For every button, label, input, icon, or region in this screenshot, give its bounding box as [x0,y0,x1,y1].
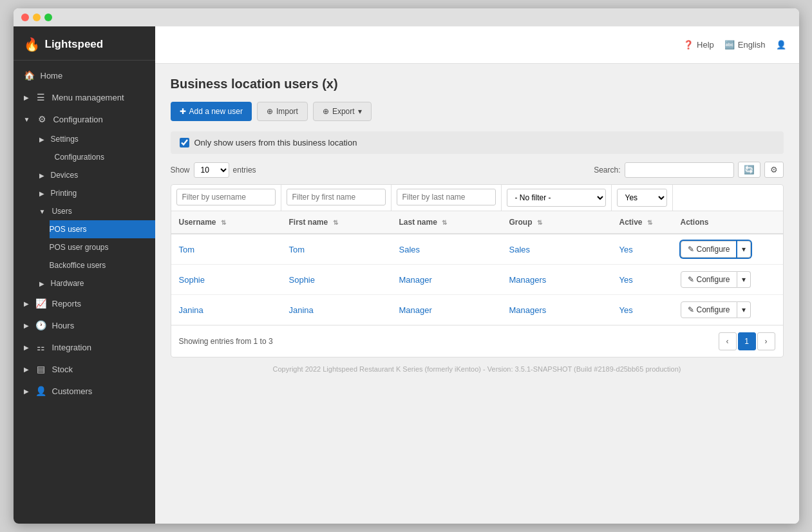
sidebar-item-reports[interactable]: ▶ 📈 Reports [14,292,155,314]
configure-button-2[interactable]: ✎ Configure [681,301,737,318]
sidebar-item-configuration[interactable]: ▼ ⚙ Configuration [14,108,155,130]
add-user-button[interactable]: ✚ Add a new user [171,102,252,121]
link-group-1[interactable]: Managers [509,275,547,285]
prev-page-button[interactable]: ‹ [719,332,737,350]
link-active-1[interactable]: Yes [619,275,633,285]
sidebar-item-devices[interactable]: ▶ Devices [39,166,155,184]
user-icon: 👤 [776,40,786,50]
sidebar-item-backoffice-users[interactable]: Backoffice users [50,256,155,274]
sort-icon-active: ⇅ [647,219,652,226]
hours-icon: 🕐 [35,320,47,330]
expand-icon-users: ▼ [39,208,46,215]
username-filter-input[interactable] [176,189,276,205]
link-firstname-0[interactable]: Tom [289,245,305,254]
link-group-0[interactable]: Sales [509,245,531,254]
import-button[interactable]: ⊕ Import [257,102,308,121]
active-filter-select[interactable]: Yes No All [617,189,667,207]
reports-icon: 📈 [35,298,47,309]
sidebar-item-hours[interactable]: ▶ 🕐 Hours [14,314,155,336]
logo-icon: 🔥 [24,37,40,52]
cell-active-0: Yes [612,234,673,265]
sidebar-item-configurations[interactable]: Configurations [39,148,155,166]
link-lastname-2[interactable]: Manager [399,305,432,315]
location-filter-checkbox[interactable] [180,138,189,147]
sidebar-item-menu-management[interactable]: ▶ ☰ Menu management [14,86,155,108]
search-label: Search: [594,166,620,175]
col-header-username[interactable]: Username ⇅ [171,211,281,234]
expand-icon-reports: ▶ [24,300,29,307]
sidebar-item-integration[interactable]: ▶ ⚏ Integration [14,336,155,358]
entries-per-page-select[interactable]: 10 25 50 100 [194,162,229,178]
lastname-filter-input[interactable] [397,189,496,205]
configure-dropdown-1[interactable]: ▾ [737,271,751,288]
help-button[interactable]: ❓ Help [683,40,714,50]
filter-cell-actions [673,185,783,211]
column-filter-row: - No filter - Sales Managers Yes No All [171,185,783,211]
page-title: Business location users (x) [171,77,784,91]
settings-button[interactable]: ⚙ [764,162,784,178]
sidebar-item-pos-users[interactable]: POS users [50,220,155,238]
col-header-lastname[interactable]: Last name ⇅ [392,211,502,234]
content-area: Business location users (x) ✚ Add a new … [155,64,799,524]
location-filter-label: Only show users from this business locat… [194,138,357,147]
configure-button-1[interactable]: ✎ Configure [681,271,737,288]
home-icon: 🏠 [24,70,35,81]
filter-bar: Only show users from this business locat… [171,131,784,154]
expand-icon-stock: ▶ [24,366,29,373]
users-data-table: Username ⇅ First name ⇅ Last name ⇅ [171,211,783,325]
col-header-group[interactable]: Group ⇅ [502,211,612,234]
expand-icon-integration: ▶ [24,344,29,351]
sidebar-item-home[interactable]: 🏠 Home [14,64,155,86]
group-filter-select[interactable]: - No filter - Sales Managers [507,189,606,207]
refresh-button[interactable]: 🔄 [738,162,760,178]
col-header-active[interactable]: Active ⇅ [612,211,673,234]
sidebar-item-hardware[interactable]: ▶ Hardware [39,274,155,292]
link-firstname-2[interactable]: Janina [289,305,314,315]
link-active-0[interactable]: Yes [619,245,633,254]
sidebar-item-pos-user-groups[interactable]: POS user groups [50,238,155,256]
expand-icon-devices: ▶ [39,172,44,179]
integration-icon: ⚏ [35,342,47,352]
sort-icon-lastname: ⇅ [442,219,447,226]
link-lastname-0[interactable]: Sales [399,245,420,254]
link-lastname-1[interactable]: Manager [399,275,432,285]
sidebar: 🔥 Lightspeed 🏠 Home ▶ ☰ Menu management … [14,26,155,524]
link-group-2[interactable]: Managers [509,305,547,315]
link-username-1[interactable]: Sophie [179,275,205,285]
search-input[interactable] [625,162,734,178]
sort-icon-username: ⇅ [221,219,226,226]
filter-cell-username [171,185,281,211]
sidebar-item-users[interactable]: ▼ Users [39,202,155,220]
users-table: - No filter - Sales Managers Yes No All [171,184,784,357]
col-header-firstname[interactable]: First name ⇅ [281,211,392,234]
sidebar-item-printing[interactable]: ▶ Printing [39,184,155,202]
sidebar-logo: 🔥 Lightspeed [14,26,155,61]
cell-actions-0: ✎ Configure ▾ [673,234,783,265]
firstname-filter-input[interactable] [287,189,386,205]
edit-icon-0: ✎ [688,245,694,254]
language-selector[interactable]: 🔤 English [724,40,766,50]
table-controls: Show 10 25 50 100 entries Search: 🔄 [171,162,784,178]
stock-icon: ▤ [35,364,47,374]
export-button[interactable]: ⊕ Export ▾ [313,102,372,121]
logo-text: Lightspeed [45,38,104,51]
configure-button-0[interactable]: ✎ Configure [681,241,737,258]
page-1-button[interactable]: 1 [738,332,756,350]
cell-firstname-2: Janina [281,295,392,325]
expand-icon-customers: ▶ [24,388,29,395]
link-active-2[interactable]: Yes [619,305,633,315]
configure-dropdown-2[interactable]: ▾ [737,301,751,318]
user-menu[interactable]: 👤 [776,40,786,50]
link-username-2[interactable]: Janina [179,305,203,315]
show-entries: Show 10 25 50 100 entries [171,162,256,178]
configure-dropdown-0[interactable]: ▾ [737,241,751,258]
next-page-button[interactable]: › [757,332,775,350]
sidebar-item-customers[interactable]: ▶ 👤 Customers [14,380,155,402]
cell-group-2: Managers [502,295,612,325]
sidebar-item-settings[interactable]: ▶ Settings [39,130,155,148]
configure-group-2: ✎ Configure ▾ [681,301,775,318]
link-username-0[interactable]: Tom [179,245,195,254]
link-firstname-1[interactable]: Sophie [289,275,315,285]
expand-icon-hardware: ▶ [39,280,44,287]
sidebar-item-stock[interactable]: ▶ ▤ Stock [14,358,155,380]
